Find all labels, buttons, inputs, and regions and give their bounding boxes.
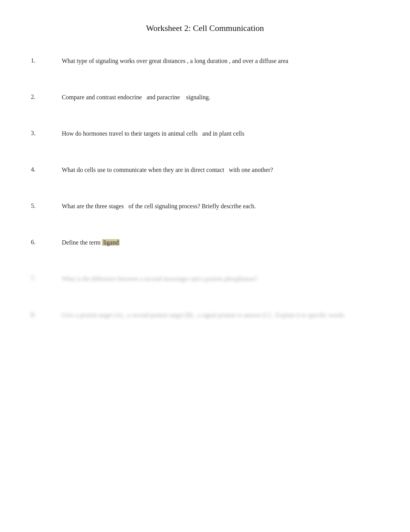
question-number-2: 2. [31, 93, 62, 100]
question-number-3: 3. [31, 129, 62, 137]
table-row: 7. What is the difference between a seco… [31, 274, 379, 284]
question-list: 1. What type of signaling works over gre… [31, 56, 379, 320]
highlighted-term: ligand [102, 239, 120, 246]
question-number-4: 4. [31, 165, 62, 173]
question-text-8: Give a protein target (A) , a second pro… [62, 311, 379, 320]
question-number-1: 1. [31, 56, 62, 64]
page: Worksheet 2: Cell Communication 1. What … [0, 0, 410, 532]
question-text-2: Compare and contrast endocrine and parac… [62, 93, 379, 102]
question-number-7: 7. [31, 274, 62, 282]
table-row: 4. What do cells use to communicate when… [31, 165, 379, 175]
question-text-5: What are the three stages of the cell si… [62, 202, 379, 211]
question-text-3: How do hormones travel to their targets … [62, 129, 379, 138]
table-row: 1. What type of signaling works over gre… [31, 56, 379, 66]
table-row: 2. Compare and contrast endocrine and pa… [31, 93, 379, 102]
question-text-4: What do cells use to communicate when th… [62, 165, 379, 175]
question-text-1: What type of signaling works over great … [62, 56, 379, 66]
page-title: Worksheet 2: Cell Communication [31, 23, 379, 33]
table-row: 3. How do hormones travel to their targe… [31, 129, 379, 138]
table-row: 5. What are the three stages of the cell… [31, 202, 379, 211]
question-text-6: Define the term ligand [62, 238, 379, 247]
question-number-8: 8. [31, 311, 62, 318]
question-number-5: 5. [31, 202, 62, 209]
question-text-7: What is the difference between a second … [62, 274, 379, 284]
table-row: 6. Define the term ligand [31, 238, 379, 247]
question-number-6: 6. [31, 238, 62, 246]
table-row: 8. Give a protein target (A) , a second … [31, 311, 379, 320]
